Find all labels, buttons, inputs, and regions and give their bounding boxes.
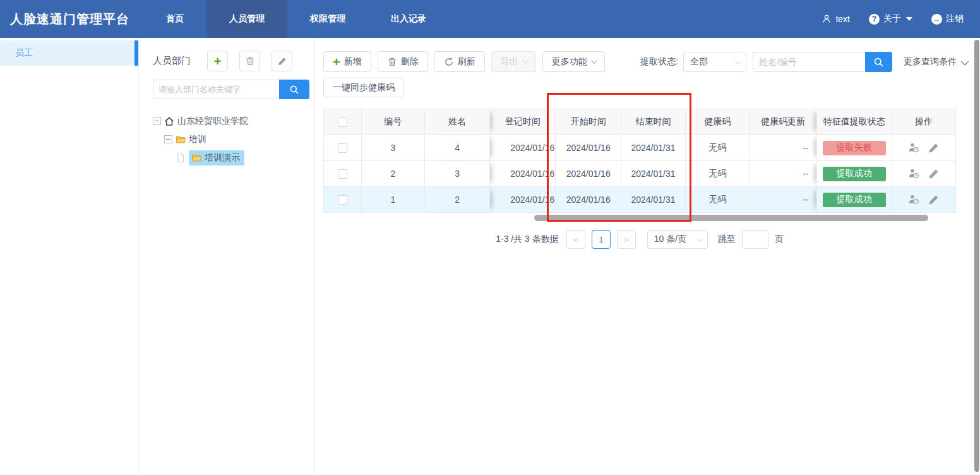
status-badge-fail: 提取失败 bbox=[823, 141, 886, 155]
tree-node-college[interactable]: 山东经贸职业学院 bbox=[153, 112, 303, 130]
edit-department-button[interactable] bbox=[272, 51, 292, 71]
table-row[interactable]: 3 4 2024/01/16 2024/01/16 2024/01/31 无码 … bbox=[324, 135, 955, 161]
app-title: 人脸速通门管理平台 bbox=[0, 0, 143, 38]
vertical-scrollbar-thumb[interactable] bbox=[974, 40, 979, 472]
row-checkbox[interactable] bbox=[338, 169, 347, 179]
sidebar-item-employee[interactable]: 员工 bbox=[0, 40, 138, 66]
vertical-scrollbar bbox=[974, 40, 979, 472]
department-panel: 人员部门 + 山东经贸职业学院 bbox=[139, 38, 315, 475]
department-tree: 山东经贸职业学院 培训 培训演示 bbox=[153, 112, 303, 167]
delete-department-button[interactable] bbox=[239, 51, 260, 71]
header-extract-status: 特征值提取状态 bbox=[816, 109, 892, 135]
page-unit-label: 页 bbox=[775, 234, 784, 245]
pagination-summary: 1-3 /共 3 条数据 bbox=[496, 234, 559, 245]
page: 人脸速通门管理平台 首页 人员管理 权限管理 出入记录 text ? 关于 → … bbox=[0, 0, 980, 475]
department-search-button[interactable] bbox=[279, 80, 309, 99]
more-functions-button[interactable]: 更多功能 bbox=[542, 51, 605, 72]
tree-node-selected[interactable]: 培训演示 bbox=[189, 150, 244, 165]
person-schedule-icon[interactable] bbox=[908, 168, 920, 180]
row-checkbox[interactable] bbox=[338, 195, 347, 205]
logout-arrow-icon: → bbox=[931, 14, 942, 25]
pagination: 1-3 /共 3 条数据 < 1 > 10 条/页 跳至 页 bbox=[323, 230, 956, 249]
plus-icon: + bbox=[214, 55, 222, 68]
plus-icon: + bbox=[333, 56, 340, 68]
collapse-toggle-icon[interactable] bbox=[153, 117, 161, 125]
header-register-time: 登记时间 bbox=[490, 109, 556, 135]
department-panel-title: 人员部门 bbox=[153, 55, 191, 67]
folder-icon bbox=[176, 135, 186, 145]
horizontal-scrollbar-thumb[interactable] bbox=[534, 215, 928, 221]
person-schedule-icon[interactable] bbox=[908, 142, 920, 154]
nav-item-records[interactable]: 出入记录 bbox=[368, 0, 449, 38]
header-name: 姓名 bbox=[425, 109, 491, 135]
table-header-row: 编号 姓名 登记时间 开始时间 结束时间 健康码 健康码更新 特征值提取状态 操… bbox=[324, 109, 955, 135]
nav-item-permissions[interactable]: 权限管理 bbox=[287, 0, 368, 38]
user-menu[interactable]: text bbox=[822, 14, 850, 24]
jump-to-page-input[interactable] bbox=[742, 230, 768, 249]
collapse-toggle-icon[interactable] bbox=[164, 135, 172, 143]
nav-menu: 首页 人员管理 权限管理 出入记录 bbox=[143, 0, 449, 38]
personnel-table: 编号 姓名 登记时间 开始时间 结束时间 健康码 健康码更新 特征值提取状态 操… bbox=[323, 109, 956, 213]
header-health-code: 健康码 bbox=[686, 109, 750, 135]
row-checkbox[interactable] bbox=[338, 143, 347, 153]
status-badge-success: 提取成功 bbox=[823, 167, 886, 181]
logout-button[interactable]: → 注销 bbox=[931, 13, 964, 25]
table-row-highlighted[interactable]: 1 2 2024/01/16 2024/01/16 2024/01/31 无码 … bbox=[324, 187, 955, 213]
trash-icon bbox=[387, 57, 397, 67]
sidebar: 员工 bbox=[0, 38, 139, 475]
status-badge-success: 提取成功 bbox=[823, 193, 886, 207]
add-button[interactable]: +新增 bbox=[323, 51, 371, 72]
prev-page-button[interactable]: < bbox=[566, 230, 585, 249]
navbar: 人脸速通门管理平台 首页 人员管理 权限管理 出入记录 text ? 关于 → … bbox=[0, 0, 980, 38]
refresh-button[interactable]: 刷新 bbox=[434, 51, 485, 72]
filter-bar: 提取状态: 全部 更多查询条件 bbox=[640, 52, 967, 72]
export-button[interactable]: 导出 bbox=[491, 51, 536, 72]
nav-item-personnel[interactable]: 人员管理 bbox=[206, 0, 287, 38]
nav-item-home[interactable]: 首页 bbox=[143, 0, 206, 38]
tree-node-training-demo[interactable]: 培训演示 bbox=[176, 148, 303, 167]
header-operation: 操作 bbox=[892, 109, 955, 135]
chevron-down-icon bbox=[522, 57, 529, 64]
header-health-update: 健康码更新 bbox=[750, 109, 817, 135]
toolbar: +新增 删除 刷新 导出 更多功能 bbox=[323, 51, 605, 72]
delete-button[interactable]: 删除 bbox=[378, 51, 428, 72]
person-schedule-icon[interactable] bbox=[908, 194, 920, 206]
extract-status-label: 提取状态: bbox=[640, 56, 678, 68]
search-icon bbox=[873, 57, 884, 68]
chevron-down-icon bbox=[960, 57, 969, 65]
active-indicator bbox=[134, 40, 138, 66]
edit-icon[interactable] bbox=[928, 142, 940, 154]
chevron-down-icon bbox=[735, 58, 741, 64]
refresh-icon bbox=[444, 57, 454, 67]
edit-icon[interactable] bbox=[928, 194, 940, 206]
header-end-time: 结束时间 bbox=[621, 109, 686, 135]
department-search-input[interactable] bbox=[153, 80, 279, 99]
next-page-button[interactable]: > bbox=[617, 230, 636, 249]
table-row[interactable]: 2 3 2024/01/16 2024/01/16 2024/01/31 无码 … bbox=[324, 161, 955, 187]
horizontal-scrollbar bbox=[323, 214, 956, 222]
chevron-down-icon bbox=[696, 236, 703, 242]
user-icon bbox=[822, 14, 832, 24]
add-department-button[interactable]: + bbox=[207, 51, 228, 71]
nav-right: text ? 关于 → 注销 bbox=[822, 0, 980, 38]
main-content: +新增 删除 刷新 导出 更多功能 提取状态: 全部 bbox=[316, 38, 980, 475]
sync-health-code-button[interactable]: 一键同步健康码 bbox=[323, 78, 404, 97]
home-icon bbox=[164, 116, 174, 126]
page-number-button[interactable]: 1 bbox=[592, 230, 611, 249]
more-query-conditions[interactable]: 更多查询条件 bbox=[904, 56, 967, 68]
caret-down-icon bbox=[906, 17, 912, 21]
jump-to-label: 跳至 bbox=[718, 234, 736, 245]
question-icon: ? bbox=[869, 14, 880, 25]
trash-icon bbox=[245, 56, 255, 66]
name-search-input[interactable] bbox=[753, 52, 865, 72]
header-no: 编号 bbox=[362, 109, 425, 135]
user-name: text bbox=[835, 14, 850, 24]
edit-icon[interactable] bbox=[928, 168, 940, 180]
page-size-select[interactable]: 10 条/页 bbox=[647, 230, 708, 249]
table-search-button[interactable] bbox=[865, 52, 892, 72]
extract-status-select[interactable]: 全部 bbox=[683, 52, 746, 72]
about-menu[interactable]: ? 关于 bbox=[869, 13, 912, 25]
tree-node-training[interactable]: 培训 bbox=[164, 130, 303, 148]
leaf-file-icon bbox=[176, 153, 186, 163]
select-all-checkbox[interactable] bbox=[338, 117, 347, 127]
